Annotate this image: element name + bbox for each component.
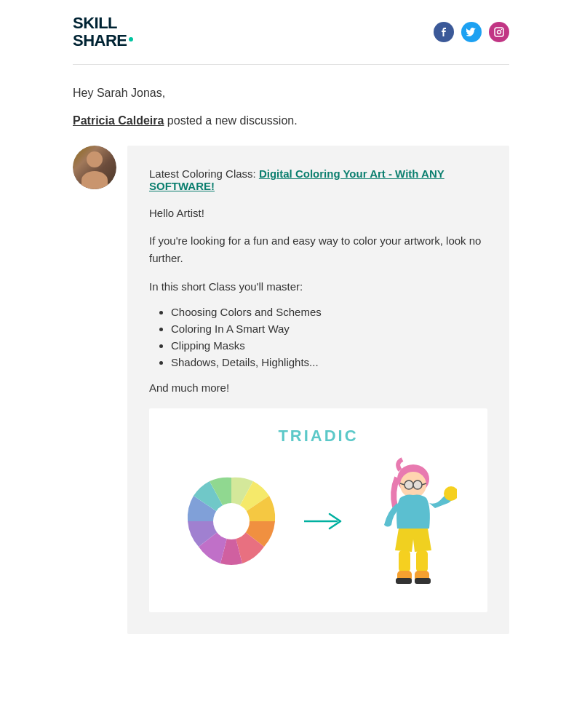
svg-point-1 (498, 31, 501, 34)
triadic-image-container: TRIADIC (149, 408, 487, 612)
svg-rect-0 (495, 28, 503, 36)
logo-dot (129, 37, 133, 41)
svg-point-6 (404, 480, 413, 489)
illustration (180, 456, 457, 587)
discussion-container: Latest Coloring Class: Digital Coloring … (73, 146, 509, 634)
page-header: SKILL SHARE (0, 0, 582, 64)
color-wheel-svg (180, 470, 282, 572)
svg-rect-13 (416, 550, 428, 572)
arrow-svg (304, 510, 348, 532)
triadic-label: TRIADIC (278, 427, 358, 446)
svg-point-3 (213, 503, 250, 539)
logo-line2: SHARE (73, 32, 133, 50)
character-svg (370, 456, 457, 587)
skills-list: Choosing Colors and SchemesColoring In A… (149, 306, 487, 368)
avatar (73, 146, 116, 189)
class-title-prefix: Latest Coloring Class: (149, 167, 259, 180)
list-item: Shadows, Details, Highlights... (171, 356, 487, 368)
class-title: Latest Coloring Class: Digital Coloring … (149, 167, 487, 192)
svg-point-7 (413, 480, 422, 489)
and-more-text: And much more! (149, 381, 487, 394)
discussion-card: Latest Coloring Class: Digital Coloring … (127, 146, 509, 634)
body-text-1: If you're looking for a fun and easy way… (149, 232, 487, 267)
twitter-icon[interactable] (461, 22, 482, 42)
svg-rect-16 (396, 578, 412, 584)
logo-line1: SKILL (73, 15, 133, 32)
list-item: Clipping Masks (171, 339, 487, 352)
poster-action: posted a new discussion. (164, 114, 297, 127)
list-item: Coloring In A Smart Way (171, 323, 487, 335)
avatar-image (73, 146, 116, 189)
instagram-icon[interactable] (489, 22, 509, 42)
svg-point-2 (501, 29, 503, 31)
facebook-icon[interactable] (434, 22, 454, 42)
list-item: Choosing Colors and Schemes (171, 306, 487, 318)
master-intro: In this short Class you'll master: (149, 280, 487, 293)
poster-line: Patricia Caldeira posted a new discussio… (73, 114, 509, 127)
svg-rect-12 (399, 550, 410, 572)
social-icons-group (434, 22, 509, 42)
svg-rect-17 (415, 578, 431, 584)
greeting-text: Hey Sarah Jonas, (73, 87, 509, 100)
skillshare-logo[interactable]: SKILL SHARE (73, 15, 133, 50)
email-content: Hey Sarah Jonas, Patricia Caldeira poste… (0, 65, 582, 656)
hello-text: Hello Artist! (149, 207, 487, 219)
poster-name[interactable]: Patricia Caldeira (73, 114, 164, 127)
